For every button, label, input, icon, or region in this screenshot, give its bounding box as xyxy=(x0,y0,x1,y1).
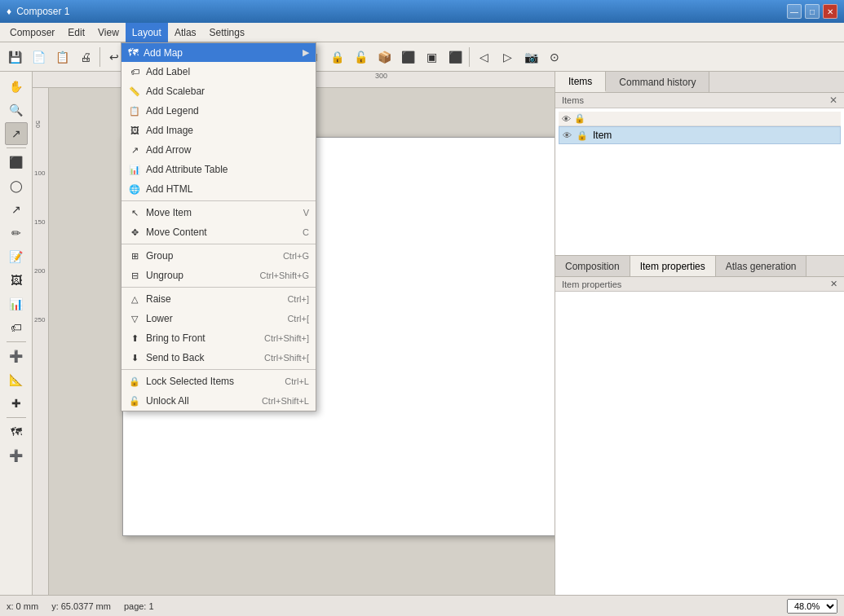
menu-atlas[interactable]: Atlas xyxy=(168,23,203,42)
menu-add-scalebar[interactable]: 📏 Add Scalebar xyxy=(122,81,316,101)
add-node-tool[interactable]: ✚ xyxy=(5,392,28,415)
menu-add-map-highlighted[interactable]: 🗺 Add Map ▶ xyxy=(122,43,316,62)
menu-add-attribute-table[interactable]: 📊 Add Attribute Table xyxy=(122,160,316,179)
status-x: x: 0 mm xyxy=(7,601,38,611)
minimize-button[interactable]: — xyxy=(787,4,802,19)
zoom-tool[interactable]: 🔍 xyxy=(5,99,28,121)
menu-layout[interactable]: Layout xyxy=(126,23,168,42)
add-shape-tool[interactable]: ◯ xyxy=(5,174,28,197)
save-button[interactable]: 💾 xyxy=(3,46,26,68)
tab-command-history[interactable]: Command history xyxy=(606,72,709,92)
print-button[interactable]: 🖨 xyxy=(74,46,97,68)
new-button[interactable]: 📄 xyxy=(27,46,50,68)
lower-button[interactable]: ⬛ xyxy=(396,46,419,68)
menu-settings[interactable]: Settings xyxy=(203,23,251,42)
menu-move-content[interactable]: ✥ Move Content C xyxy=(122,222,316,242)
bring-to-front-text: Bring to Front xyxy=(146,332,259,344)
lock-button[interactable]: 🔒 xyxy=(325,46,348,68)
add-point-tool[interactable]: ➕ xyxy=(5,345,28,367)
add-scalebar-text: Add Scalebar xyxy=(146,86,304,97)
menu-composer[interactable]: Composer xyxy=(3,23,61,42)
zoom-select[interactable]: 48.0% 25% 50% 75% 100% 150% 200% xyxy=(787,599,837,614)
eye-icon[interactable]: 👁 xyxy=(563,130,572,140)
add-label-tool[interactable]: ✏ xyxy=(5,222,28,244)
add-label-text: Add Label xyxy=(146,66,304,77)
add-scalebar-tool[interactable]: 📐 xyxy=(5,368,28,391)
menu-send-to-back[interactable]: ⬇ Send to Back Ctrl+Shift+[ xyxy=(122,348,316,367)
menu-lock-selected[interactable]: 🔒 Lock Selected Items Ctrl+L xyxy=(122,372,316,391)
lock-icon[interactable]: 🔒 xyxy=(577,130,588,141)
menu-ungroup[interactable]: ⊟ Ungroup Ctrl+Shift+G xyxy=(122,266,316,285)
tab-atlas-generation[interactable]: Atlas generation xyxy=(716,256,807,276)
ruler-left: 50 100 150 200 250 xyxy=(33,88,49,595)
menu-add-arrow[interactable]: ↗ Add Arrow xyxy=(122,140,316,160)
select-tool[interactable]: ↗ xyxy=(5,122,28,145)
raise-button[interactable]: 📦 xyxy=(373,46,395,68)
send-to-back-icon: ⬇ xyxy=(128,351,141,364)
menu-bar: Composer Edit View Layout Atlas Settings xyxy=(0,23,844,42)
menu-unlock-all[interactable]: 🔓 Unlock All Ctrl+Shift+L xyxy=(122,391,316,411)
add2-tool[interactable]: ➕ xyxy=(5,444,28,467)
tab-items[interactable]: Items xyxy=(555,72,606,92)
menu-bring-to-front[interactable]: ⬆ Bring to Front Ctrl+Shift+] xyxy=(122,328,316,348)
send-back-button[interactable]: ⬛ xyxy=(444,46,466,68)
status-bar: x: 0 mm y: 65.0377 mm page: 1 48.0% 25% … xyxy=(0,595,844,616)
maximize-button[interactable]: □ xyxy=(805,4,820,19)
add-arrow-tool[interactable]: ↗ xyxy=(5,198,28,221)
lock-selected-text: Lock Selected Items xyxy=(146,376,280,387)
menu-add-label[interactable]: 🏷 Add Label xyxy=(122,62,316,81)
print2-button[interactable]: ⊙ xyxy=(543,46,566,68)
add-arrow-icon: ↗ xyxy=(128,143,141,156)
items-list-row[interactable]: 👁 🔒 Item xyxy=(559,126,841,144)
bring-front-button[interactable]: ▣ xyxy=(420,46,443,68)
separator-1 xyxy=(99,47,100,67)
app-title-area: ♦ Composer 1 xyxy=(7,6,70,17)
eye-column-icon: 👁 xyxy=(562,114,571,124)
ruler-mark-v-100: 100 xyxy=(34,169,45,177)
menu-view[interactable]: View xyxy=(91,23,126,42)
menu-raise[interactable]: △ Raise Ctrl+] xyxy=(122,289,316,309)
menu-add-legend[interactable]: 📋 Add Legend xyxy=(122,101,316,121)
add-map-tool[interactable]: ⬛ xyxy=(5,151,28,174)
lt-sep-3 xyxy=(7,417,26,418)
open-button[interactable]: 📋 xyxy=(51,46,73,68)
cursor-indicator: ▶ xyxy=(303,47,309,58)
menu-edit[interactable]: Edit xyxy=(61,23,91,42)
add-table-tool[interactable]: 📊 xyxy=(5,293,28,315)
item-props-close-button[interactable]: ✕ xyxy=(830,279,837,289)
unlock-button[interactable]: 🔓 xyxy=(349,46,372,68)
ruler-mark-v-200: 200 xyxy=(34,267,45,275)
app-title: Composer 1 xyxy=(16,6,69,17)
add-image-tool[interactable]: 🖼 xyxy=(5,269,28,292)
tab-composition[interactable]: Composition xyxy=(555,256,630,276)
lt-sep-2 xyxy=(7,341,26,342)
prev-atlas-button[interactable]: ◁ xyxy=(472,46,495,68)
window-controls: — □ ✕ xyxy=(787,4,837,19)
move-item-shortcut: V xyxy=(303,208,309,218)
items-panel: Items ✕ 👁 🔒 👁 🔒 Item xyxy=(555,93,844,256)
menu-move-item[interactable]: ↖ Move Item V xyxy=(122,203,316,222)
add-scalebar-icon: 📏 xyxy=(128,85,141,98)
menu-add-html[interactable]: 🌐 Add HTML xyxy=(122,179,316,199)
tab-item-properties[interactable]: Item properties xyxy=(630,256,716,276)
separator-b xyxy=(122,244,316,244)
add-map-header-label: Add Map xyxy=(144,47,183,59)
add-text-tool[interactable]: 📝 xyxy=(5,245,28,268)
ruler-mark-v-250: 250 xyxy=(34,316,45,323)
menu-group[interactable]: ⊞ Group Ctrl+G xyxy=(122,246,316,266)
add-legend-tool[interactable]: 🏷 xyxy=(5,316,28,339)
menu-lower[interactable]: ▽ Lower Ctrl+[ xyxy=(122,309,316,328)
zoom-dropdown-area: 48.0% 25% 50% 75% 100% 150% 200% xyxy=(787,599,837,614)
lock-selected-shortcut: Ctrl+L xyxy=(285,376,309,386)
move-item-icon: ↖ xyxy=(128,206,141,219)
atlas-tool[interactable]: 🗺 xyxy=(5,420,28,443)
next-atlas-button[interactable]: ▷ xyxy=(496,46,519,68)
bottom-tabs: Composition Item properties Atlas genera… xyxy=(555,256,844,277)
close-button[interactable]: ✕ xyxy=(823,4,837,19)
export-button[interactable]: 📷 xyxy=(519,46,542,68)
menu-add-image[interactable]: 🖼 Add Image xyxy=(122,121,316,140)
group-shortcut: Ctrl+G xyxy=(283,251,309,261)
items-panel-close-button[interactable]: ✕ xyxy=(829,95,837,106)
pan-tool[interactable]: ✋ xyxy=(5,75,28,98)
lower-icon: ▽ xyxy=(128,312,141,325)
